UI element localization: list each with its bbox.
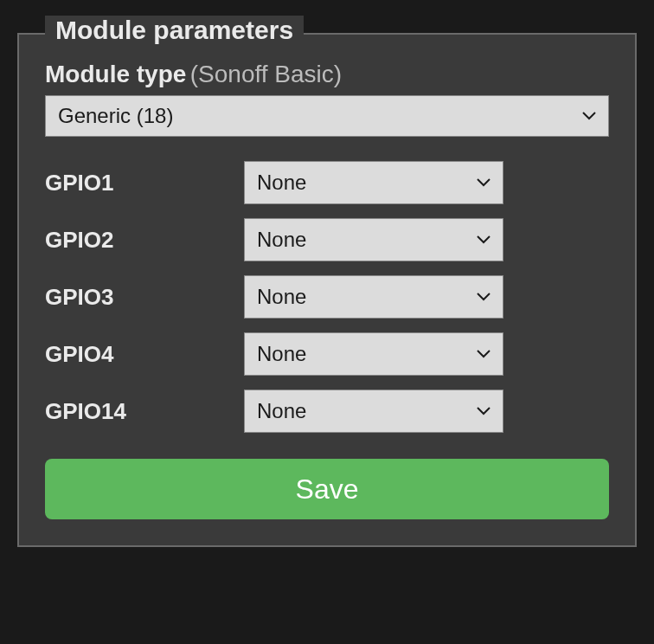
save-button-label: Save xyxy=(296,473,359,506)
gpio-label: GPIO2 xyxy=(45,227,244,254)
gpio-select-value: None xyxy=(257,171,306,195)
gpio1-select[interactable]: None xyxy=(244,161,503,204)
gpio-select-value: None xyxy=(257,285,306,309)
gpio-row: GPIO14 None xyxy=(45,390,609,433)
chevron-down-icon xyxy=(477,350,490,358)
gpio-table: GPIO1 None GPIO2 None GPIO3 None xyxy=(45,161,609,433)
module-type-label: Module type xyxy=(45,61,186,87)
gpio-label: GPIO3 xyxy=(45,284,244,311)
gpio-select-value: None xyxy=(257,228,306,252)
module-type-row: Module type (Sonoff Basic) xyxy=(45,61,609,88)
gpio-select-value: None xyxy=(257,399,306,423)
fieldset-legend: Module parameters xyxy=(45,16,304,45)
chevron-down-icon xyxy=(477,293,490,301)
save-button[interactable]: Save xyxy=(45,459,609,519)
gpio14-select[interactable]: None xyxy=(244,390,503,433)
module-parameters-fieldset: Module parameters Module type (Sonoff Ba… xyxy=(17,33,637,547)
chevron-down-icon xyxy=(582,112,596,120)
module-type-select[interactable]: Generic (18) xyxy=(45,95,609,137)
chevron-down-icon xyxy=(477,178,490,187)
chevron-down-icon xyxy=(477,407,490,415)
gpio-label: GPIO4 xyxy=(45,341,244,368)
module-type-hint: (Sonoff Basic) xyxy=(190,61,342,87)
gpio-label: GPIO14 xyxy=(45,398,244,425)
chevron-down-icon xyxy=(477,235,490,244)
gpio2-select[interactable]: None xyxy=(244,218,503,261)
gpio-row: GPIO3 None xyxy=(45,275,609,319)
gpio-row: GPIO1 None xyxy=(45,161,609,204)
gpio4-select[interactable]: None xyxy=(244,332,503,376)
gpio-row: GPIO4 None xyxy=(45,332,609,376)
gpio-row: GPIO2 None xyxy=(45,218,609,261)
gpio3-select[interactable]: None xyxy=(244,275,503,319)
gpio-label: GPIO1 xyxy=(45,170,244,196)
module-type-selected-value: Generic (18) xyxy=(58,104,173,128)
gpio-select-value: None xyxy=(257,342,306,366)
